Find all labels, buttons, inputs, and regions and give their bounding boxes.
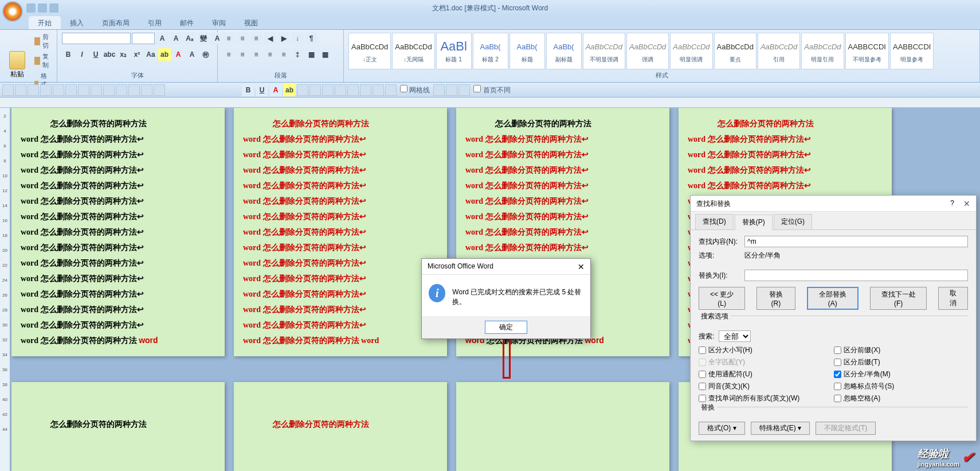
style-item[interactable]: AaBbCcDd强调 — [626, 33, 669, 69]
show-marks-button[interactable]: ¶ — [305, 32, 317, 45]
style-item[interactable]: AaBb(标题 — [509, 33, 545, 69]
styles-gallery[interactable]: AaBbCcDd↓正文AaBbCcDd↓无间隔AaBl标题 1AaBb(标题 2… — [348, 33, 934, 69]
replace-input[interactable] — [744, 270, 968, 281]
style-item[interactable]: AaBbCcDd要点 — [714, 33, 756, 69]
style-item[interactable]: AABBCCDI明显参考 — [890, 33, 934, 69]
copy-button[interactable]: 复制 — [32, 52, 53, 70]
tb2-btn[interactable] — [335, 84, 346, 96]
tb2-btn[interactable] — [2, 84, 14, 96]
shading-button[interactable]: ▦ — [305, 48, 317, 61]
doc-page[interactable] — [456, 382, 669, 471]
align-left-button[interactable]: ≡ — [222, 48, 235, 61]
tb2-underline[interactable]: U — [256, 84, 268, 96]
prefix-check[interactable]: 区分前缀(X) — [834, 345, 894, 355]
special-button[interactable]: 特殊格式(E) ▾ — [751, 422, 810, 435]
tb2-btn[interactable] — [347, 84, 359, 96]
style-item[interactable]: AaBbCcDd明显引用 — [801, 33, 844, 69]
style-item[interactable]: AaBb(标题 2 — [473, 33, 508, 69]
help-icon[interactable]: ? — [950, 199, 954, 208]
strike-button[interactable]: abc — [103, 48, 116, 61]
tab-review[interactable]: 审阅 — [203, 16, 235, 29]
tb2-btn[interactable] — [322, 84, 334, 96]
wildcard-check[interactable]: 使用通配符(U) — [699, 369, 799, 379]
cancel-button[interactable]: 取消 — [938, 287, 968, 310]
style-item[interactable]: AaBbCcDd↓无间隔 — [392, 33, 434, 69]
phonetic-button[interactable]: 變 — [197, 32, 210, 45]
style-item[interactable]: AaBb(副标题 — [546, 33, 582, 69]
tb2-fontcolor[interactable]: A — [269, 84, 282, 96]
tb2-btn[interactable] — [53, 84, 64, 96]
clear-format-button[interactable]: Aₐ — [183, 32, 196, 45]
tb2-btn[interactable] — [116, 84, 127, 96]
msgbox-titlebar[interactable]: Microsoft Office Word ✕ — [422, 259, 590, 275]
tb2-bold[interactable]: B — [242, 84, 254, 96]
ignore-space-check[interactable]: 忽略空格(A) — [834, 394, 894, 403]
sounds-like-check[interactable]: 同音(英文)(K) — [699, 382, 799, 391]
firstpage-check[interactable] — [473, 85, 481, 92]
tab-view[interactable]: 视图 — [235, 16, 267, 29]
bold-button[interactable]: B — [62, 48, 75, 61]
doc-page[interactable]: 怎么删除分页符的两种方法 — [234, 382, 447, 471]
ignore-punct-check[interactable]: 忽略标点符号(S) — [834, 382, 894, 391]
style-item[interactable]: AaBbCcDd不明显强调 — [583, 33, 625, 69]
tab-mailings[interactable]: 邮件 — [171, 16, 203, 29]
style-item[interactable]: AaBbCcDd引用 — [758, 33, 800, 69]
bullets-button[interactable]: ≡ — [222, 32, 235, 45]
style-item[interactable]: AaBbCcDd明显强调 — [670, 33, 712, 69]
superscript-button[interactable]: x² — [131, 48, 143, 61]
style-item[interactable]: AABBCCDI不明显参考 — [845, 33, 889, 69]
grow-font-button[interactable]: A — [156, 32, 168, 45]
style-item[interactable]: AaBl标题 1 — [436, 33, 472, 69]
numbering-button[interactable]: ≡ — [236, 32, 249, 45]
paste-button[interactable]: 粘贴 — [5, 50, 30, 80]
doc-page[interactable]: 怎么删除分页符的两种方法word 怎么删除分页符的两种方法↩word 怎么删除分… — [11, 108, 225, 356]
close-icon[interactable]: ✕ — [578, 262, 585, 271]
change-case-button[interactable]: Aa — [144, 48, 157, 61]
tab-insert[interactable]: 插入 — [61, 16, 93, 29]
doc-page[interactable]: 怎么删除分页符的两种方法word 怎么删除分页符的两种方法↩word 怎么删除分… — [234, 108, 447, 356]
tb2-btn[interactable] — [103, 84, 115, 96]
underline-button[interactable]: U — [89, 48, 102, 61]
word-forms-check[interactable]: 查找单词的所有形式(英文)(W) — [699, 394, 799, 403]
style-item[interactable]: AaBbCcDd↓正文 — [348, 33, 391, 69]
tab-goto[interactable]: 定位(G) — [774, 214, 812, 229]
dialog-titlebar[interactable]: 查找和替换 ? ✕ — [691, 196, 976, 212]
tb2-btn[interactable] — [78, 84, 89, 96]
gridlines-check[interactable] — [400, 85, 407, 92]
tb2-btn[interactable] — [141, 84, 152, 96]
tab-replace[interactable]: 替换(P) — [735, 215, 773, 230]
format-button[interactable]: 格式(O) ▾ — [699, 422, 745, 435]
tb2-btn[interactable] — [297, 84, 308, 96]
sort-button[interactable]: ↓ — [291, 32, 304, 45]
tab-find[interactable]: 查找(D) — [695, 214, 734, 229]
decrease-indent-button[interactable]: ◀ — [264, 32, 276, 45]
width-check[interactable]: 区分全/半角(M) — [834, 369, 894, 379]
ruler-vertical[interactable]: 2468101214161820222426283032343638404244 — [0, 108, 10, 471]
font-color-button[interactable]: A — [172, 48, 185, 61]
match-case-check[interactable]: 区分大小写(H) — [699, 345, 799, 355]
replace-button[interactable]: 替换(R) — [756, 287, 795, 310]
suffix-check[interactable]: 区分后缀(T) — [834, 357, 894, 367]
italic-button[interactable]: I — [76, 48, 88, 61]
tb2-highlight[interactable]: ab — [283, 84, 296, 96]
justify-button[interactable]: ≡ — [264, 48, 276, 61]
tb2-btn[interactable] — [373, 84, 384, 96]
tb2-btn[interactable] — [309, 84, 321, 96]
multilevel-button[interactable]: ≡ — [250, 32, 262, 45]
highlight-button[interactable]: ab — [158, 48, 171, 61]
ruler-horizontal[interactable] — [0, 98, 980, 108]
tb2-btn[interactable] — [360, 84, 371, 96]
less-button[interactable]: << 更少(L) — [699, 287, 745, 310]
find-next-button[interactable]: 查找下一处(F) — [870, 287, 927, 310]
office-button[interactable] — [2, 1, 23, 22]
qat-redo-icon[interactable] — [49, 3, 58, 13]
tb2-btn[interactable] — [128, 84, 140, 96]
increase-indent-button[interactable]: ▶ — [277, 32, 290, 45]
tb2-btn[interactable] — [446, 84, 457, 96]
doc-page[interactable]: 怎么删除分页符的两种方法 — [11, 382, 225, 471]
tb2-btn[interactable] — [65, 84, 77, 96]
ok-button[interactable]: 确定 — [485, 321, 527, 334]
tb2-btn[interactable] — [15, 84, 26, 96]
font-size-select[interactable] — [132, 33, 155, 44]
font-family-select[interactable] — [62, 33, 131, 44]
